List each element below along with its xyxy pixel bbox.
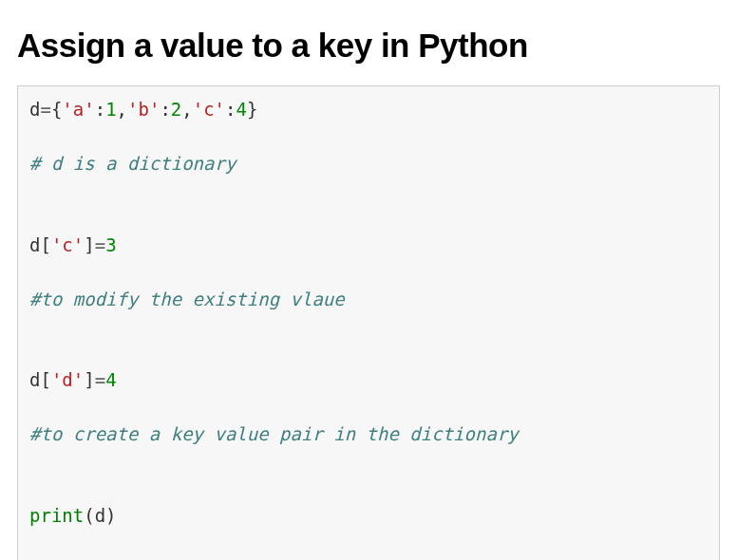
tok-punct: : xyxy=(225,99,236,120)
tok-punct: [ xyxy=(40,234,50,255)
tok-punct: ) xyxy=(105,505,116,526)
tok-name: d xyxy=(29,99,40,120)
code-line-7: print(d) xyxy=(29,502,708,530)
tok-str: 'c' xyxy=(193,99,225,120)
tok-str: 'c' xyxy=(51,234,84,255)
tok-punct: ( xyxy=(84,505,94,526)
tok-name: d xyxy=(29,234,40,255)
tok-punct: , xyxy=(117,99,127,120)
code-line-5: d['d']=4 xyxy=(29,366,708,394)
code-line-3: d['c']=3 xyxy=(29,232,708,259)
tok-name: d xyxy=(29,369,40,390)
tok-str: 'a' xyxy=(62,99,94,120)
tok-op: = xyxy=(95,234,105,255)
tok-num: 2 xyxy=(171,99,181,120)
tok-punct: [ xyxy=(40,369,50,390)
code-line-2-comment: # d is a dictionary xyxy=(29,150,708,177)
tok-name: d xyxy=(95,505,105,526)
tok-builtin: print xyxy=(29,505,84,526)
tok-str: 'd' xyxy=(51,369,84,390)
tok-num: 3 xyxy=(105,234,116,255)
tok-punct: ] xyxy=(84,369,94,390)
page-title: Assign a value to a key in Python xyxy=(17,27,720,65)
code-line-6-comment: #to create a key value pair in the dicti… xyxy=(29,420,708,448)
tok-punct: { xyxy=(51,99,62,120)
tok-op: = xyxy=(95,369,105,390)
tok-punct: } xyxy=(247,99,257,120)
tok-num: 1 xyxy=(105,99,116,120)
tok-punct: : xyxy=(95,99,105,120)
code-line-1: d={'a':1,'b':2,'c':4} xyxy=(29,96,708,123)
tok-punct: ] xyxy=(84,234,94,255)
tok-num: 4 xyxy=(236,99,247,120)
tok-str: 'b' xyxy=(127,99,160,120)
tok-punct: , xyxy=(181,99,192,120)
tok-op: = xyxy=(40,99,50,120)
tok-punct: : xyxy=(160,99,170,120)
code-block: d={'a':1,'b':2,'c':4} # d is a dictionar… xyxy=(17,85,720,560)
tok-num: 4 xyxy=(105,369,116,390)
code-line-4-comment: #to modify the existing vlaue xyxy=(29,286,708,313)
